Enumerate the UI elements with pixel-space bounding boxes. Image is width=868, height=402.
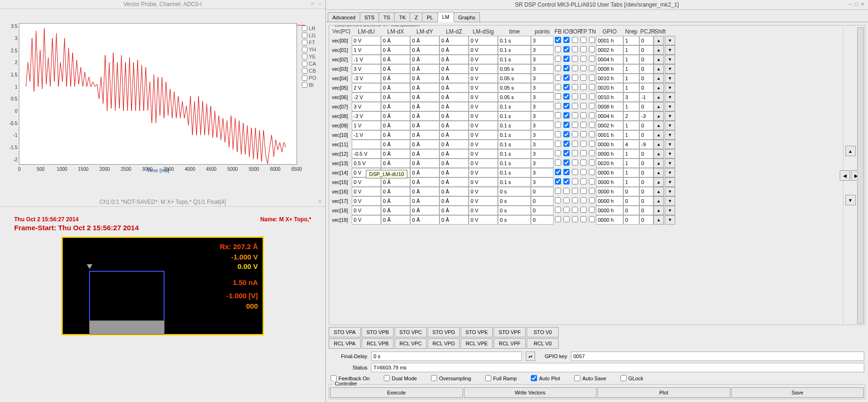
shift-down-button[interactable]: ▼ xyxy=(665,149,675,159)
rcl-vpe-button[interactable]: RCL VPE xyxy=(461,338,493,349)
tp-check[interactable] xyxy=(580,46,587,52)
fb-check[interactable] xyxy=(555,112,561,118)
du-input[interactable] xyxy=(352,121,381,130)
ios-check[interactable] xyxy=(563,131,570,137)
sto-vpe-button[interactable]: STO VPE xyxy=(461,327,493,337)
shift-down-button[interactable]: ▼ xyxy=(665,206,675,215)
legend-lg[interactable]: LG xyxy=(302,33,325,38)
minimize-icon[interactable]: − xyxy=(849,1,852,8)
dy-input[interactable] xyxy=(410,215,439,225)
dy-input[interactable] xyxy=(410,177,439,187)
tp-check[interactable] xyxy=(580,188,587,194)
ios-check[interactable] xyxy=(563,56,570,62)
nrep-input[interactable] xyxy=(623,140,639,149)
tab-ts[interactable]: TS xyxy=(379,12,395,22)
gpio-input[interactable] xyxy=(596,159,623,168)
gpio-input[interactable] xyxy=(596,83,623,92)
nrep-input[interactable] xyxy=(623,92,639,102)
gpio-input[interactable] xyxy=(596,215,623,225)
dsig-input[interactable] xyxy=(469,64,498,74)
time-input[interactable] xyxy=(498,121,531,130)
gpio-input[interactable] xyxy=(596,55,623,64)
shift-down-button[interactable]: ▼ xyxy=(665,196,675,206)
points-input[interactable] xyxy=(531,196,554,206)
tab-pl[interactable]: PL xyxy=(422,12,438,22)
ior-check[interactable] xyxy=(572,131,578,137)
du-input[interactable] xyxy=(352,215,381,225)
du-input[interactable] xyxy=(352,140,381,149)
dsig-input[interactable] xyxy=(469,215,498,225)
ios-check[interactable] xyxy=(563,46,570,52)
tn-check[interactable] xyxy=(589,207,595,213)
shift-up-button[interactable]: ▲ xyxy=(653,55,664,64)
final-delay-input[interactable] xyxy=(371,352,522,361)
plot-button[interactable]: Plot xyxy=(597,387,730,398)
pcjr-input[interactable] xyxy=(639,196,653,206)
shift-up-button[interactable]: ▲ xyxy=(653,168,664,177)
ior-check[interactable] xyxy=(572,37,578,43)
legend-yh[interactable]: YH xyxy=(302,47,325,52)
pcjr-input[interactable] xyxy=(639,187,653,196)
ios-check[interactable] xyxy=(563,75,570,81)
ior-check[interactable] xyxy=(572,112,578,118)
nrep-input[interactable] xyxy=(623,177,639,187)
points-input[interactable] xyxy=(531,168,554,177)
ior-check[interactable] xyxy=(572,84,578,90)
over-check[interactable]: Oversampling xyxy=(431,375,471,381)
pcjr-input[interactable] xyxy=(639,159,653,168)
dz-input[interactable] xyxy=(439,111,469,121)
du-input[interactable] xyxy=(352,83,381,92)
du-input[interactable] xyxy=(352,102,381,111)
points-input[interactable] xyxy=(531,177,554,187)
rcl-vpf-button[interactable]: RCL VPF xyxy=(494,338,526,349)
close-icon[interactable]: × xyxy=(318,198,322,205)
dsig-input[interactable] xyxy=(469,140,498,149)
pcjr-input[interactable] xyxy=(639,168,653,177)
gpio-input[interactable] xyxy=(596,196,623,206)
tp-check[interactable] xyxy=(580,56,587,62)
shift-up-button[interactable]: ▲ xyxy=(653,92,664,102)
ios-check[interactable] xyxy=(563,65,570,71)
dsig-input[interactable] xyxy=(469,187,498,196)
dsig-input[interactable] xyxy=(469,92,498,102)
fb-check[interactable] xyxy=(555,159,561,166)
nrep-input[interactable] xyxy=(623,159,639,168)
dsig-input[interactable] xyxy=(469,55,498,64)
dz-input[interactable] xyxy=(439,196,469,206)
rcl-vpa-button[interactable]: RCL VPA xyxy=(329,338,361,349)
dz-input[interactable] xyxy=(439,149,469,159)
dx-input[interactable] xyxy=(381,206,410,215)
points-input[interactable] xyxy=(531,64,554,74)
dz-input[interactable] xyxy=(439,45,469,55)
dy-input[interactable] xyxy=(410,64,439,74)
ior-check[interactable] xyxy=(572,159,578,166)
chart-canvas[interactable]: -2-1.5-1-0.500.511.522.533.5 05001000150… xyxy=(19,23,297,165)
pcjr-input[interactable] xyxy=(639,206,653,215)
dz-input[interactable] xyxy=(439,130,469,140)
dy-input[interactable] xyxy=(410,74,439,83)
tp-check[interactable] xyxy=(580,112,587,118)
tn-check[interactable] xyxy=(589,46,595,52)
du-input[interactable] xyxy=(352,45,381,55)
du-input[interactable] xyxy=(352,196,381,206)
dx-input[interactable] xyxy=(381,177,410,187)
tp-check[interactable] xyxy=(580,150,587,156)
tp-check[interactable] xyxy=(580,75,587,81)
legend-cb[interactable]: CB xyxy=(302,68,325,74)
ios-check[interactable] xyxy=(563,112,570,118)
fb-check[interactable] xyxy=(555,150,561,156)
write-vectors-button[interactable]: Write Vectors xyxy=(464,387,597,398)
time-input[interactable] xyxy=(498,92,531,102)
dy-input[interactable] xyxy=(410,130,439,140)
fb-check[interactable] xyxy=(555,122,561,128)
legend-ye[interactable]: YE xyxy=(302,54,325,59)
pcjr-input[interactable] xyxy=(639,111,653,121)
dsig-input[interactable] xyxy=(469,45,498,55)
ior-check[interactable] xyxy=(572,141,578,147)
time-input[interactable] xyxy=(498,187,531,196)
gpio-input[interactable] xyxy=(596,140,623,149)
dz-input[interactable] xyxy=(439,83,469,92)
nav-up-icon[interactable]: ▲ xyxy=(845,146,856,156)
tab-sts[interactable]: STS xyxy=(360,12,379,22)
shift-down-button[interactable]: ▼ xyxy=(665,55,675,64)
